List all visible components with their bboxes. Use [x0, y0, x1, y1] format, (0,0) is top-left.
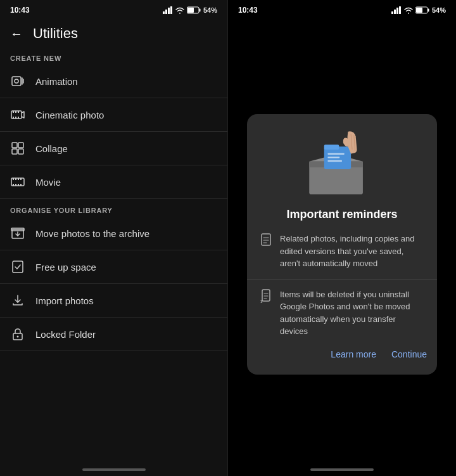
- svg-rect-12: [18, 111, 19, 113]
- svg-rect-17: [18, 143, 23, 148]
- svg-rect-2: [168, 8, 170, 14]
- svg-rect-26: [15, 184, 16, 186]
- movie-label: Movie: [35, 177, 61, 188]
- status-bar-left: 10:43 54%: [0, 0, 227, 18]
- collage-icon: [10, 141, 25, 156]
- svg-rect-7: [12, 77, 21, 86]
- svg-rect-24: [20, 178, 22, 180]
- reminder-text-2: Items will be deleted if you uninstall G…: [280, 288, 424, 338]
- locked-label: Locked Folder: [35, 329, 96, 340]
- menu-item-cinematic[interactable]: Cinematic photo: [0, 98, 227, 132]
- lock-icon: [10, 326, 25, 342]
- dialog-illustration: [247, 114, 437, 203]
- menu-item-animation[interactable]: Animation: [0, 65, 227, 98]
- collage-label: Collage: [35, 143, 68, 154]
- svg-rect-23: [18, 178, 19, 180]
- svg-rect-22: [15, 178, 16, 180]
- svg-rect-21: [13, 178, 14, 180]
- menu-item-free-space[interactable]: Free up space: [0, 250, 227, 284]
- svg-rect-45: [324, 145, 339, 150]
- svg-rect-28: [20, 184, 22, 186]
- svg-rect-19: [18, 149, 23, 154]
- dialog-actions: Learn more Continue: [247, 342, 437, 364]
- left-phone: 10:43 54% ← Util: [0, 0, 228, 476]
- free-space-icon: [10, 259, 25, 274]
- svg-rect-18: [12, 149, 17, 154]
- dialog-title: Important reminders: [247, 203, 437, 229]
- import-icon: [10, 293, 25, 308]
- svg-rect-25: [13, 184, 14, 186]
- reminder-item-1: Related photos, including copies and edi…: [247, 229, 437, 274]
- svg-rect-48: [327, 160, 342, 162]
- svg-rect-11: [15, 111, 16, 113]
- svg-rect-14: [15, 117, 16, 119]
- back-button[interactable]: ←: [10, 27, 23, 41]
- reminder-divider: [247, 279, 437, 280]
- utilities-header: ← Utilities: [0, 18, 227, 47]
- wifi-icon: [175, 6, 184, 14]
- svg-rect-52: [262, 290, 270, 301]
- menu-item-collage[interactable]: Collage: [0, 132, 227, 165]
- continue-button[interactable]: Continue: [391, 347, 427, 362]
- cinematic-label: Cinematic photo: [35, 110, 104, 120]
- reminder-dialog: Important reminders Related photos, incl…: [247, 114, 437, 375]
- battery-pct-left: 54%: [203, 6, 217, 14]
- svg-point-8: [15, 79, 18, 83]
- right-phone: 10:43 54%: [228, 0, 456, 476]
- time-left: 10:43: [10, 6, 30, 15]
- status-icons-left: 54%: [163, 6, 217, 14]
- dialog-overlay: Important reminders Related photos, incl…: [228, 0, 456, 476]
- svg-rect-16: [12, 143, 17, 148]
- svg-rect-51: [262, 234, 270, 245]
- menu-item-locked[interactable]: Locked Folder: [0, 318, 227, 351]
- illustration-svg: [291, 117, 393, 200]
- reminder-icon-1: [260, 234, 272, 247]
- animation-label: Animation: [35, 76, 78, 87]
- battery-icon-left: [187, 6, 201, 14]
- archive-icon: [10, 226, 25, 241]
- archive-label: Move photos to the archive: [35, 228, 149, 239]
- cinematic-icon: [10, 107, 25, 122]
- free-space-label: Free up space: [35, 262, 96, 273]
- home-indicator-left: [82, 468, 146, 471]
- import-label: Import photos: [35, 295, 94, 306]
- menu-item-archive[interactable]: Move photos to the archive: [0, 217, 227, 250]
- movie-icon: [10, 174, 25, 190]
- svg-rect-15: [18, 117, 19, 119]
- svg-rect-5: [199, 9, 200, 12]
- page-title: Utilities: [33, 25, 78, 42]
- signal-icon: [163, 6, 173, 14]
- learn-more-button[interactable]: Learn more: [331, 347, 376, 362]
- svg-rect-10: [13, 111, 14, 113]
- svg-rect-1: [165, 10, 167, 14]
- menu-item-movie[interactable]: Movie: [0, 165, 227, 199]
- svg-rect-32: [13, 261, 23, 273]
- section-label-organise: ORGANISE YOUR LIBRARY: [0, 199, 227, 217]
- reminder-icon-2: [260, 290, 272, 302]
- svg-rect-13: [13, 117, 14, 119]
- svg-point-34: [17, 336, 19, 338]
- svg-rect-6: [187, 8, 194, 13]
- svg-rect-46: [327, 153, 344, 155]
- svg-rect-27: [18, 184, 19, 186]
- svg-rect-0: [163, 11, 165, 14]
- home-indicator-right: [310, 468, 374, 471]
- section-label-create: CREATE NEW: [0, 47, 227, 65]
- svg-rect-3: [170, 6, 172, 14]
- menu-item-import[interactable]: Import photos: [0, 284, 227, 318]
- reminder-text-1: Related photos, including copies and edi…: [280, 233, 424, 270]
- reminder-item-2: Items will be deleted if you uninstall G…: [247, 285, 437, 342]
- animation-icon: [10, 74, 25, 89]
- svg-rect-47: [327, 157, 339, 158]
